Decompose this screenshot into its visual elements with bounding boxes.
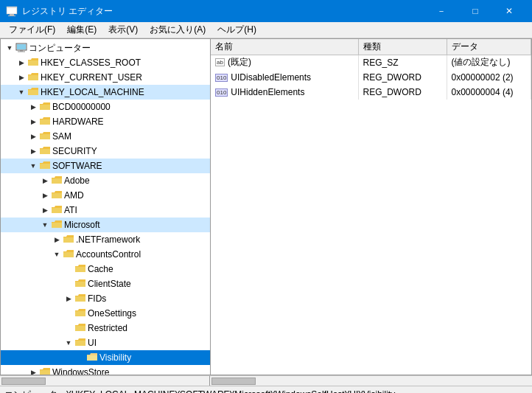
tree-item-hkcr[interactable]: ▶ HKEY_CLASSES_ROOT [1, 55, 210, 70]
expand-hkcu[interactable]: ▶ [15, 72, 27, 83]
folder-ui-icon [74, 337, 86, 349]
minimize-button[interactable]: － [424, 0, 458, 22]
status-path: コンピューター¥HKEY_LOCAL_MACHINE¥SOFTWARE¥Micr… [4, 389, 395, 393]
tree-item-cache[interactable]: ▶ Cache [1, 262, 210, 277]
svg-rect-11 [40, 105, 50, 110]
expand-hardware[interactable]: ▶ [27, 116, 39, 128]
folder-ati-icon [51, 204, 63, 216]
expand-accountscontrol[interactable]: ▼ [51, 248, 63, 260]
expand-ui[interactable]: ▼ [63, 337, 74, 349]
tree-item-visibility[interactable]: ▶ Visibility [1, 350, 210, 365]
right-hscroll[interactable] [210, 376, 532, 386]
expand-onesettings: ▶ [63, 307, 74, 319]
menu-help[interactable]: ヘルプ(H) [211, 22, 262, 38]
svg-rect-12 [40, 119, 50, 125]
col-name: 名前 [211, 39, 358, 55]
maximize-button[interactable]: □ [458, 0, 492, 22]
folder-hkcu-icon [27, 72, 39, 83]
folder-accountscontrol-icon [63, 248, 74, 260]
tree-item-security[interactable]: ▶ SECURITY [1, 144, 210, 159]
svg-rect-14 [40, 149, 50, 154]
tree-item-sam[interactable]: ▶ SAM [1, 129, 210, 144]
hkcu-label: HKEY_CURRENT_USER [41, 72, 142, 83]
folder-security-icon [39, 145, 51, 157]
svg-rect-22 [75, 267, 85, 272]
folder-adobe-icon [51, 175, 63, 187]
tree-item-software[interactable]: ▼ SOFTWARE [1, 159, 210, 173]
adobe-label: Adobe [64, 175, 90, 186]
expand-sam[interactable]: ▶ [27, 131, 39, 142]
tree-item-adobe[interactable]: ▶ Adobe [1, 173, 210, 188]
table-row[interactable]: 010 UIDisabledElements REG_DWORD 0x00000… [211, 70, 531, 85]
expand-computer[interactable]: ▼ [4, 42, 15, 54]
expand-amd[interactable]: ▶ [39, 189, 51, 201]
folder-microsoft-icon [51, 219, 63, 231]
bottom-scrollbars [0, 375, 532, 386]
tree-item-hkcu[interactable]: ▶ HKEY_CURRENT_USER [1, 70, 210, 85]
tree-item-windowsstore[interactable]: ▶ WindowsStore [1, 365, 210, 375]
svg-rect-23 [75, 282, 85, 287]
icon-dword-1: 010 [215, 74, 228, 82]
tree-item-hardware[interactable]: ▶ HARDWARE [1, 114, 210, 129]
menu-file[interactable]: ファイル(F) [3, 22, 61, 38]
menu-edit[interactable]: 編集(E) [61, 22, 102, 38]
icon-ab-0: ab [215, 58, 225, 66]
ui-label: UI [88, 338, 97, 348]
table-row[interactable]: ab (既定) REG_SZ (値の設定なし) [211, 55, 531, 70]
sam-label: SAM [52, 131, 71, 142]
tree-item-microsoft[interactable]: ▼ Microsoft [1, 218, 210, 232]
tree-item-fids[interactable]: ▶ FIDs [1, 291, 210, 306]
windowsstore-label: WindowsStore [52, 367, 109, 375]
svg-rect-3 [8, 15, 15, 16]
expand-ati[interactable]: ▶ [39, 204, 51, 216]
tree-item-ui[interactable]: ▼ UI [1, 335, 210, 350]
tree-item-amd[interactable]: ▶ AMD [1, 188, 210, 203]
menu-view[interactable]: 表示(V) [102, 22, 144, 38]
tree-item-clientstate[interactable]: ▶ ClientState [1, 277, 210, 291]
tree-item-ati[interactable]: ▶ ATI [1, 203, 210, 218]
menu-bar: ファイル(F) 編集(E) 表示(V) お気に入り(A) ヘルプ(H) [0, 22, 532, 38]
tree-hscroll-thumb[interactable] [1, 378, 46, 385]
table-row[interactable]: 010 UIHiddenElements REG_DWORD 0x0000000… [211, 85, 531, 100]
svg-rect-16 [52, 178, 62, 184]
security-label: SECURITY [52, 146, 97, 156]
menu-favorites[interactable]: お気に入り(A) [144, 22, 211, 38]
tree-item-accountscontrol[interactable]: ▼ AccountsControl [1, 247, 210, 262]
tree-item-computer[interactable]: ▼ コンピューター [1, 41, 210, 55]
row0-type: REG_SZ [358, 55, 447, 70]
svg-rect-7 [18, 52, 25, 52]
tree-item-onesettings[interactable]: ▶ OneSettings [1, 306, 210, 321]
svg-rect-19 [52, 223, 62, 228]
tree-item-restricted[interactable]: ▶ Restricted [1, 321, 210, 335]
svg-rect-26 [75, 326, 85, 331]
right-panel[interactable]: 名前 種類 データ ab (既定) REG_SZ (値の設定なし) [211, 39, 531, 375]
expand-bcd[interactable]: ▶ [27, 101, 39, 113]
expand-hkcr[interactable]: ▶ [15, 57, 27, 69]
expand-windowsstore[interactable]: ▶ [27, 366, 39, 375]
expand-netframework[interactable]: ▶ [51, 234, 63, 246]
expand-hklm[interactable]: ▼ [15, 86, 27, 98]
svg-rect-13 [40, 134, 50, 139]
expand-software[interactable]: ▼ [27, 160, 39, 172]
tree-item-netframework[interactable]: ▶ .NETFramework [1, 232, 210, 247]
tree-scroll[interactable]: ▼ コンピューター ▶ [1, 39, 210, 375]
hkcr-label: HKEY_CLASSES_ROOT [41, 58, 141, 68]
software-label: SOFTWARE [52, 161, 102, 171]
main-container: ▼ コンピューター ▶ [0, 38, 532, 375]
expand-fids[interactable]: ▶ [63, 293, 74, 305]
close-button[interactable]: ✕ [492, 0, 526, 22]
col-data: データ [447, 39, 531, 55]
svg-rect-2 [10, 14, 14, 15]
hklm-label: HKEY_LOCAL_MACHINE [41, 87, 144, 97]
right-hscroll-thumb[interactable] [211, 378, 256, 385]
tree-item-hklm[interactable]: ▼ HKEY_LOCAL_MACHINE [1, 85, 210, 100]
expand-microsoft[interactable]: ▼ [39, 219, 51, 231]
expand-adobe[interactable]: ▶ [39, 175, 51, 187]
svg-rect-1 [7, 7, 17, 8]
svg-rect-8 [28, 60, 38, 66]
tree-item-bcd[interactable]: ▶ BCD00000000 [1, 100, 210, 114]
svg-rect-5 [17, 44, 26, 49]
row2-type: REG_DWORD [358, 85, 447, 100]
tree-hscroll[interactable] [0, 376, 210, 386]
expand-security[interactable]: ▶ [27, 145, 39, 157]
